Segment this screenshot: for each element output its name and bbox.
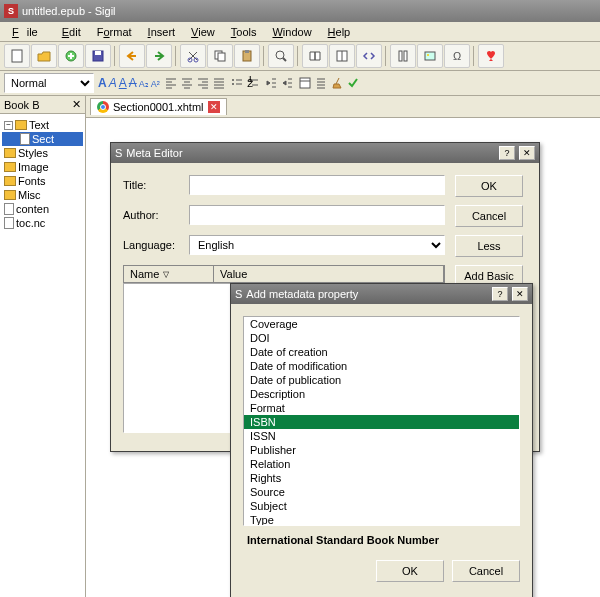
list-item[interactable]: ISSN bbox=[244, 429, 519, 443]
undo-button[interactable] bbox=[119, 44, 145, 68]
cancel-button[interactable]: Cancel bbox=[452, 560, 520, 582]
list-item[interactable]: Coverage bbox=[244, 317, 519, 331]
property-description: International Standard Book Number bbox=[243, 526, 520, 554]
list-item[interactable]: Date of publication bbox=[244, 373, 519, 387]
copy-button[interactable] bbox=[207, 44, 233, 68]
meta-editor-titlebar[interactable]: S Meta Editor ? ✕ bbox=[111, 143, 539, 163]
align-left-button[interactable] bbox=[164, 76, 178, 90]
menu-insert[interactable]: Insert bbox=[140, 24, 184, 40]
ok-button[interactable]: OK bbox=[455, 175, 523, 197]
italic-button[interactable]: A bbox=[109, 76, 117, 90]
list-item[interactable]: Rights bbox=[244, 471, 519, 485]
svg-rect-3 bbox=[95, 51, 101, 55]
menu-help[interactable]: Help bbox=[320, 24, 359, 40]
tree-item-toc.nc[interactable]: toc.nc bbox=[2, 216, 83, 230]
subscript-button[interactable]: A₂ bbox=[139, 77, 149, 89]
list-item[interactable]: Type bbox=[244, 513, 519, 526]
app-icon: S bbox=[235, 288, 242, 300]
window-title: untitled.epub - Sigil bbox=[22, 5, 116, 17]
cut-button[interactable] bbox=[180, 44, 206, 68]
name-column[interactable]: Name ▽ bbox=[124, 266, 214, 282]
menu-format[interactable]: Format bbox=[89, 24, 140, 40]
close-button[interactable]: ✕ bbox=[519, 146, 535, 160]
list-item[interactable]: Source bbox=[244, 485, 519, 499]
language-select[interactable]: English bbox=[189, 235, 445, 255]
validate-button[interactable] bbox=[346, 76, 360, 90]
list-item[interactable]: Relation bbox=[244, 457, 519, 471]
new-button[interactable] bbox=[4, 44, 30, 68]
tree-item-fonts[interactable]: Fonts bbox=[2, 174, 83, 188]
list-number-button[interactable]: 12 bbox=[246, 76, 260, 90]
tree-item-misc[interactable]: Misc bbox=[2, 188, 83, 202]
align-right-button[interactable] bbox=[196, 76, 210, 90]
special-char-button[interactable]: Ω bbox=[444, 44, 470, 68]
align-justify-button[interactable] bbox=[212, 76, 226, 90]
menu-edit[interactable]: Edit bbox=[54, 24, 89, 40]
close-button[interactable]: ✕ bbox=[512, 287, 528, 301]
add-button[interactable] bbox=[58, 44, 84, 68]
paste-button[interactable] bbox=[234, 44, 260, 68]
superscript-button[interactable]: A² bbox=[151, 77, 160, 89]
toc-button[interactable] bbox=[314, 76, 328, 90]
help-button[interactable]: ? bbox=[492, 287, 508, 301]
strike-button[interactable]: A bbox=[129, 76, 137, 90]
help-button[interactable]: ? bbox=[499, 146, 515, 160]
list-item[interactable]: ISBN bbox=[244, 415, 519, 429]
list-item[interactable]: Date of modification bbox=[244, 359, 519, 373]
list-item[interactable]: DOI bbox=[244, 331, 519, 345]
list-item[interactable]: Description bbox=[244, 387, 519, 401]
title-input[interactable] bbox=[189, 175, 445, 195]
split-button[interactable] bbox=[390, 44, 416, 68]
tab-bar: Section0001.xhtml ✕ bbox=[86, 96, 600, 118]
document-tab[interactable]: Section0001.xhtml ✕ bbox=[90, 98, 227, 115]
add-metadata-titlebar[interactable]: S Add metadata property ? ✕ bbox=[231, 284, 532, 304]
open-button[interactable] bbox=[31, 44, 57, 68]
tree-item-text[interactable]: −Text bbox=[2, 118, 83, 132]
folder-icon bbox=[4, 176, 16, 186]
paragraph-style-select[interactable]: Normal bbox=[4, 73, 94, 93]
save-button[interactable] bbox=[85, 44, 111, 68]
underline-button[interactable]: A bbox=[119, 76, 127, 90]
tree-item-conten[interactable]: conten bbox=[2, 202, 83, 216]
tree-item-image[interactable]: Image bbox=[2, 160, 83, 174]
tree-item-sect[interactable]: Sect bbox=[2, 132, 83, 146]
indent-more-button[interactable] bbox=[280, 76, 294, 90]
svg-rect-14 bbox=[425, 52, 435, 60]
cancel-button[interactable]: Cancel bbox=[455, 205, 523, 227]
less-button[interactable]: Less bbox=[455, 235, 523, 257]
tab-close-icon[interactable]: ✕ bbox=[208, 101, 220, 113]
svg-rect-9 bbox=[245, 50, 249, 53]
metadata-button[interactable] bbox=[298, 76, 312, 90]
find-button[interactable] bbox=[268, 44, 294, 68]
broom-button[interactable] bbox=[330, 76, 344, 90]
list-item[interactable]: Date of creation bbox=[244, 345, 519, 359]
tree-label: Fonts bbox=[18, 175, 46, 187]
expand-icon[interactable]: − bbox=[4, 121, 13, 130]
ok-button[interactable]: OK bbox=[376, 560, 444, 582]
book-view-button[interactable] bbox=[302, 44, 328, 68]
menu-tools[interactable]: Tools bbox=[223, 24, 265, 40]
tree-item-styles[interactable]: Styles bbox=[2, 146, 83, 160]
insert-image-button[interactable] bbox=[417, 44, 443, 68]
menu-file[interactable]: File bbox=[4, 24, 54, 40]
redo-button[interactable] bbox=[146, 44, 172, 68]
list-bullet-button[interactable] bbox=[230, 76, 244, 90]
panel-close-icon[interactable]: ✕ bbox=[72, 98, 81, 111]
split-view-button[interactable] bbox=[329, 44, 355, 68]
menu-window[interactable]: Window bbox=[264, 24, 319, 40]
svg-rect-7 bbox=[218, 53, 225, 61]
align-center-button[interactable] bbox=[180, 76, 194, 90]
value-column[interactable]: Value bbox=[214, 266, 444, 282]
indent-less-button[interactable] bbox=[264, 76, 278, 90]
donate-button[interactable] bbox=[478, 44, 504, 68]
code-view-button[interactable] bbox=[356, 44, 382, 68]
property-listbox[interactable]: CoverageDOIDate of creationDate of modif… bbox=[243, 316, 520, 526]
list-item[interactable]: Publisher bbox=[244, 443, 519, 457]
list-item[interactable]: Format bbox=[244, 401, 519, 415]
tree-label: Image bbox=[18, 161, 49, 173]
author-input[interactable] bbox=[189, 205, 445, 225]
list-item[interactable]: Subject bbox=[244, 499, 519, 513]
tree-label: Sect bbox=[32, 133, 54, 145]
menu-view[interactable]: View bbox=[183, 24, 223, 40]
bold-button[interactable]: A bbox=[98, 76, 107, 90]
